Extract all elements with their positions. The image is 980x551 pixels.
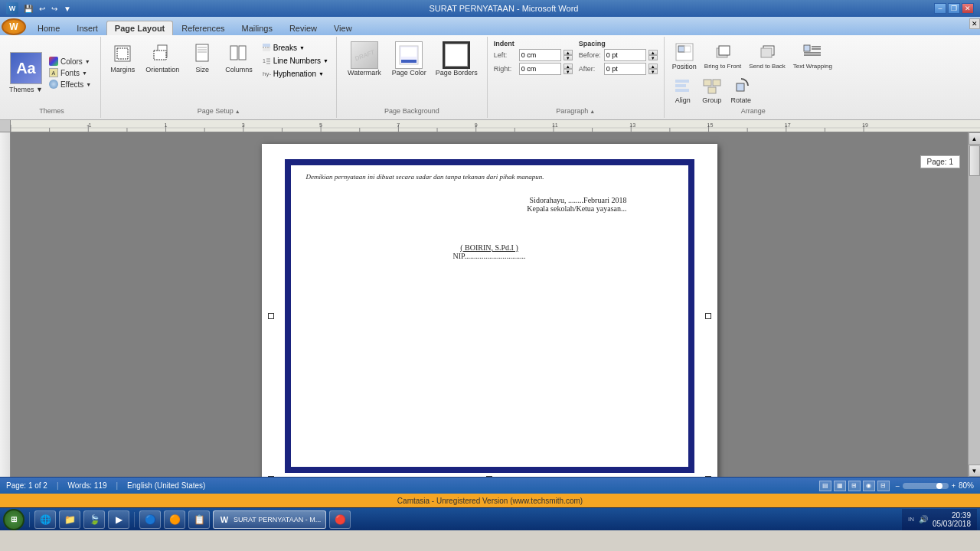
taskbar-right: IN 🔊 20:39 05/03/2018: [902, 509, 977, 530]
svg-text:3: 3: [242, 122, 245, 128]
tab-mailings[interactable]: Mailings: [234, 21, 281, 35]
view-btn-5[interactable]: ⊟: [877, 481, 890, 491]
taskbar-media-btn[interactable]: ▶: [108, 510, 129, 529]
taskbar-plant-btn[interactable]: 🍃: [83, 510, 105, 529]
taskbar-word-btn[interactable]: W SURAT PERNYATAAN - M...: [213, 510, 326, 529]
minimize-btn[interactable]: –: [934, 3, 946, 14]
position-btn[interactable]: Position: [669, 40, 700, 72]
tab-references[interactable]: References: [173, 21, 233, 35]
handle-middle-right[interactable]: [705, 313, 711, 319]
right-indent-input[interactable]: [519, 63, 561, 75]
left-indent-spin[interactable]: ▲ ▼: [564, 50, 573, 60]
close-ribbon-btn[interactable]: ✕: [969, 18, 980, 29]
size-icon: [190, 41, 214, 66]
page-color-btn[interactable]: Page Color: [389, 40, 430, 78]
right-indent-down[interactable]: ▼: [564, 69, 573, 74]
send-to-back-btn[interactable]: Send to Back: [746, 40, 789, 71]
after-spacing-up[interactable]: ▲: [648, 64, 658, 69]
line-numbers-btn[interactable]: 1 Line Numbers ▼: [259, 54, 332, 67]
handle-middle-left[interactable]: [268, 313, 274, 319]
watermark-btn[interactable]: DRAFT Watermark: [343, 40, 386, 78]
after-spacing-spin[interactable]: ▲ ▼: [648, 64, 658, 74]
right-scrollbar[interactable]: ▲ ▼: [968, 132, 980, 477]
scroll-thumb[interactable]: [969, 145, 980, 176]
view-btn-1[interactable]: ▤: [819, 481, 831, 491]
handle-bottom-center[interactable]: [486, 476, 492, 477]
page-borders-btn[interactable]: Page Borders: [433, 40, 481, 78]
after-spacing-down[interactable]: ▼: [648, 69, 658, 74]
breaks-btn[interactable]: Breaks ▼: [259, 41, 332, 54]
before-spacing-down[interactable]: ▼: [648, 55, 658, 60]
colors-btn[interactable]: Colors ▼: [46, 56, 94, 67]
plant-icon: 🍃: [88, 514, 100, 526]
office-button[interactable]: W: [2, 18, 26, 35]
zoom-plus[interactable]: +: [952, 482, 956, 490]
bring-to-front-btn[interactable]: Bring to Front: [701, 40, 744, 71]
fonts-btn[interactable]: A Fonts ▼: [46, 67, 94, 78]
taskbar-orange-btn[interactable]: 🟠: [164, 510, 185, 529]
size-btn[interactable]: Size: [185, 40, 219, 75]
themes-small-buttons: Colors ▼ A Fonts ▼ Effects ▼: [46, 56, 94, 90]
paragraph-expand[interactable]: ▲: [590, 109, 595, 114]
text-wrapping-btn[interactable]: Text Wrapping: [790, 40, 835, 71]
customize-qa-btn[interactable]: ▼: [61, 4, 74, 14]
taskbar-chrome-btn[interactable]: 🔵: [139, 510, 161, 529]
zoom-slider[interactable]: [903, 483, 949, 489]
scroll-track[interactable]: [969, 145, 981, 465]
before-spacing-input[interactable]: [604, 49, 646, 61]
tab-review[interactable]: Review: [281, 21, 325, 35]
document-scroll-area[interactable]: Page: 1 Demikian pernyataan ini dibuat s…: [11, 132, 968, 477]
zoom-control[interactable]: – + 80%: [896, 481, 974, 490]
save-btn[interactable]: 💾: [21, 4, 35, 14]
orientation-btn[interactable]: Orientation: [141, 40, 184, 75]
right-indent-spin[interactable]: ▲ ▼: [564, 64, 573, 74]
word-taskbar-icon: W: [218, 514, 230, 526]
before-spacing-up[interactable]: ▲: [648, 50, 658, 55]
tab-home[interactable]: Home: [29, 21, 68, 35]
left-indent-input[interactable]: [519, 49, 561, 61]
taskbar-red-btn[interactable]: 🔴: [329, 510, 351, 529]
before-spacing-label: Before:: [579, 51, 602, 59]
view-btn-2[interactable]: ▦: [834, 481, 846, 491]
document-page[interactable]: Demikian pernyataan ini dibuat secara sa…: [262, 144, 717, 477]
spacing-title: Spacing: [579, 40, 658, 47]
left-indent-down[interactable]: ▼: [564, 55, 573, 60]
align-btn[interactable]: Align: [669, 73, 697, 106]
speaker-icon[interactable]: 🔊: [919, 515, 928, 523]
columns-btn[interactable]: Columns: [220, 40, 257, 75]
left-indent-up[interactable]: ▲: [564, 50, 573, 55]
page-setup-expand[interactable]: ▲: [235, 109, 240, 114]
rotate-btn[interactable]: Rotate: [727, 73, 755, 106]
view-btn-4[interactable]: ◉: [863, 481, 875, 491]
before-spacing-spin[interactable]: ▲ ▼: [648, 50, 658, 60]
svg-rect-39: [737, 83, 744, 91]
rotate-label: Rotate: [731, 96, 752, 104]
page-content: Demikian pernyataan ini dibuat secara sa…: [306, 173, 673, 260]
redo-btn[interactable]: ↪: [49, 4, 60, 14]
taskbar-ie-btn[interactable]: 🌐: [34, 510, 56, 529]
restore-btn[interactable]: ❐: [948, 3, 960, 14]
tab-view[interactable]: View: [325, 21, 361, 35]
effects-btn[interactable]: Effects ▼: [46, 79, 94, 90]
scroll-down-btn[interactable]: ▼: [969, 465, 981, 477]
close-btn[interactable]: ✕: [962, 3, 974, 14]
hyphenation-btn[interactable]: hy- Hyphenation ▼: [259, 67, 332, 80]
zoom-minus[interactable]: –: [896, 482, 900, 490]
taskbar-folder-btn[interactable]: 📁: [59, 510, 80, 529]
themes-button[interactable]: Aa Themes ▼: [9, 52, 43, 93]
view-btn-3[interactable]: ⊞: [848, 481, 861, 491]
tab-page-layout[interactable]: Page Layout: [106, 21, 173, 35]
group-btn[interactable]: Group: [698, 73, 726, 106]
start-button[interactable]: ⊞: [3, 509, 24, 530]
margins-btn[interactable]: Margins: [106, 40, 139, 75]
horizontal-ruler: -1 1 3 5 7 9 11 13 15 17 19: [11, 120, 980, 132]
svg-rect-9: [239, 46, 246, 60]
right-indent-up[interactable]: ▲: [564, 64, 573, 69]
tab-insert[interactable]: Insert: [68, 21, 106, 35]
scroll-up-btn[interactable]: ▲: [969, 132, 981, 145]
handle-bottom-left[interactable]: [268, 476, 274, 477]
handle-bottom-right[interactable]: [705, 476, 711, 477]
taskbar-clipboard-btn[interactable]: 📋: [188, 510, 210, 529]
after-spacing-input[interactable]: [604, 63, 646, 75]
undo-btn[interactable]: ↩: [37, 4, 47, 14]
